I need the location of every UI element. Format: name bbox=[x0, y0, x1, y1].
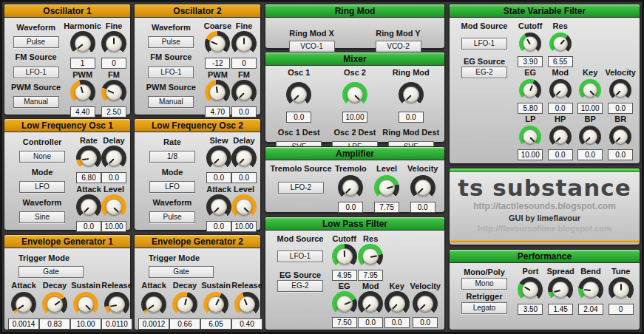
osc2-fm-knob[interactable] bbox=[231, 80, 257, 105]
ring-mod-title: Ring Mod bbox=[265, 4, 444, 18]
fine-label: Fine bbox=[106, 21, 123, 30]
svf-eg-knob[interactable] bbox=[519, 79, 541, 101]
svf-eg-source-select[interactable]: EG-2 bbox=[461, 67, 507, 78]
waveform-label: Waveform bbox=[23, 198, 62, 207]
svf-bp-knob[interactable] bbox=[579, 126, 601, 148]
mixer-title: Mixer bbox=[265, 52, 444, 66]
lpf-eg-knob[interactable] bbox=[332, 291, 357, 316]
eg-label: EG bbox=[524, 68, 536, 77]
lfo2-delay-knob[interactable] bbox=[231, 146, 257, 171]
svf-key-knob[interactable] bbox=[579, 79, 601, 101]
osc2-coarse-value: -12 bbox=[205, 58, 230, 69]
perf-spread-knob[interactable] bbox=[548, 277, 573, 302]
lfo1-mode-select[interactable]: LFO bbox=[19, 181, 65, 193]
perf-tune-knob[interactable] bbox=[609, 277, 634, 302]
perf-bend-knob[interactable] bbox=[578, 277, 603, 302]
lfo-1-title: Low Frequency Osc 1 bbox=[4, 119, 130, 132]
lpf-key-knob[interactable] bbox=[384, 291, 410, 316]
osc2-coarse-knob[interactable] bbox=[205, 31, 230, 56]
osc1-pwm-knob[interactable] bbox=[70, 80, 95, 105]
lpf-mod-knob[interactable] bbox=[358, 291, 383, 316]
osc2-pwm-source-select[interactable]: Manual bbox=[148, 96, 194, 108]
ring-mod-y-select[interactable]: VCO-2 bbox=[376, 41, 421, 52]
delay-label: Delay bbox=[103, 136, 124, 145]
mixer-osc2-knob[interactable] bbox=[342, 82, 367, 107]
eg1-decay-knob[interactable] bbox=[42, 292, 67, 317]
lfo2-level-knob[interactable] bbox=[231, 194, 257, 219]
retrigger-select[interactable]: Legato bbox=[461, 302, 507, 314]
panel-oscillator-2: Oscillator 2 Waveform Pulse FM Source LF… bbox=[134, 4, 261, 115]
lfo2-mode-select[interactable]: LFO bbox=[149, 181, 195, 193]
level-label: Level bbox=[234, 185, 254, 194]
lfo1-level-value: 10.00 bbox=[101, 221, 126, 232]
eg2-trigger-mode-select[interactable]: Gate bbox=[149, 266, 214, 278]
lfo1-level-knob[interactable] bbox=[101, 194, 126, 219]
lfo1-delay-knob[interactable] bbox=[101, 146, 126, 171]
osc1-fm-knob[interactable] bbox=[101, 80, 126, 105]
svf-velocity-knob[interactable] bbox=[609, 79, 631, 101]
svf-lp-knob[interactable] bbox=[519, 126, 541, 148]
eg1-trigger-mode-select[interactable]: Gate bbox=[18, 266, 84, 278]
mixer-ring-mod-knob[interactable] bbox=[399, 82, 424, 107]
svf-mod-knob[interactable] bbox=[549, 79, 572, 101]
eg2-attack-knob[interactable] bbox=[141, 292, 166, 317]
lfo1-rate-knob[interactable] bbox=[76, 146, 101, 171]
branding-green-stripe bbox=[450, 168, 640, 172]
osc1-pwm-source-select[interactable]: Manual bbox=[13, 96, 59, 108]
osc1-harmonic-knob[interactable] bbox=[70, 31, 95, 56]
lfo2-rate-select[interactable]: 1/8 bbox=[149, 151, 195, 163]
rate-label: Rate bbox=[80, 136, 98, 145]
lfo2-slew-knob[interactable] bbox=[206, 146, 231, 171]
ring-mod-x-select[interactable]: VCO-1 bbox=[289, 41, 335, 52]
lfo1-controller-select[interactable]: None bbox=[19, 151, 65, 163]
osc2-dest-label: Osc 2 Dest bbox=[334, 128, 376, 137]
svf-hp-knob[interactable] bbox=[549, 126, 572, 148]
lpf-cutoff-knob[interactable] bbox=[332, 244, 357, 269]
lpf-mod-source-select[interactable]: LFO-1 bbox=[277, 250, 323, 262]
eg-2-title: Envelope Generator 2 bbox=[135, 235, 260, 248]
lfo2-attack-knob[interactable] bbox=[206, 194, 231, 219]
performance-title: Performance bbox=[450, 250, 640, 263]
eg1-release-knob[interactable] bbox=[104, 292, 129, 317]
mixer-osc2-value: 10.00 bbox=[342, 112, 367, 123]
tremolo-source-select[interactable]: LFO-2 bbox=[278, 182, 324, 194]
osc2-fm-source-select[interactable]: LFO-1 bbox=[148, 67, 194, 78]
mod-label: Mod bbox=[362, 282, 379, 290]
svf-br-knob[interactable] bbox=[609, 126, 631, 148]
amp-level-knob[interactable] bbox=[374, 175, 399, 200]
lfo1-waveform-select[interactable]: Sine bbox=[19, 211, 65, 223]
eg2-release-knob[interactable] bbox=[234, 292, 260, 317]
lfo1-attack-knob[interactable] bbox=[76, 194, 101, 219]
osc1-fine-knob[interactable] bbox=[101, 31, 126, 56]
lpf-eg-source-select[interactable]: EG-2 bbox=[277, 280, 323, 292]
osc2-fine-knob[interactable] bbox=[231, 31, 257, 56]
osc1-waveform-select[interactable]: Pulse bbox=[13, 36, 59, 48]
lpf-res-knob[interactable] bbox=[358, 244, 383, 269]
pwm-source-label: PWM Source bbox=[11, 83, 61, 92]
svf-res-knob[interactable] bbox=[549, 33, 572, 55]
eg1-attack-knob[interactable] bbox=[11, 292, 36, 317]
mixer-osc1-knob[interactable] bbox=[286, 82, 311, 107]
lpf-velocity-knob[interactable] bbox=[413, 291, 438, 316]
osc2-pwm-knob[interactable] bbox=[205, 80, 230, 105]
svf-cutoff-knob[interactable] bbox=[519, 33, 541, 55]
eg2-decay-knob[interactable] bbox=[172, 292, 197, 317]
attack-label: Attack bbox=[11, 281, 36, 290]
lfo2-waveform-select[interactable]: Pulse bbox=[149, 211, 195, 223]
osc2-level-label: Osc 2 bbox=[344, 68, 366, 77]
osc2-waveform-select[interactable]: Pulse bbox=[148, 36, 194, 48]
eg1-sustain-knob[interactable] bbox=[73, 292, 98, 317]
oscillator-2-title: Oscillator 2 bbox=[135, 4, 260, 18]
eg-source-label: EG Source bbox=[464, 57, 505, 66]
svf-mod-source-select[interactable]: LFO-1 bbox=[461, 38, 507, 50]
amp-velocity-knob[interactable] bbox=[410, 175, 435, 200]
mixer-osc1-value: 0.0 bbox=[286, 112, 311, 123]
eg2-sustain-knob[interactable] bbox=[203, 292, 228, 317]
perf-port-knob[interactable] bbox=[518, 277, 543, 302]
cutoff-label: Cutoff bbox=[518, 21, 542, 30]
osc1-fm-source-select[interactable]: LFO-1 bbox=[13, 67, 59, 78]
amp-tremolo-knob[interactable] bbox=[338, 175, 363, 200]
svf-res-value: 6.55 bbox=[548, 56, 573, 67]
mod-source-label: Mod Source bbox=[461, 21, 508, 30]
mono-poly-select[interactable]: Mono bbox=[461, 278, 507, 290]
